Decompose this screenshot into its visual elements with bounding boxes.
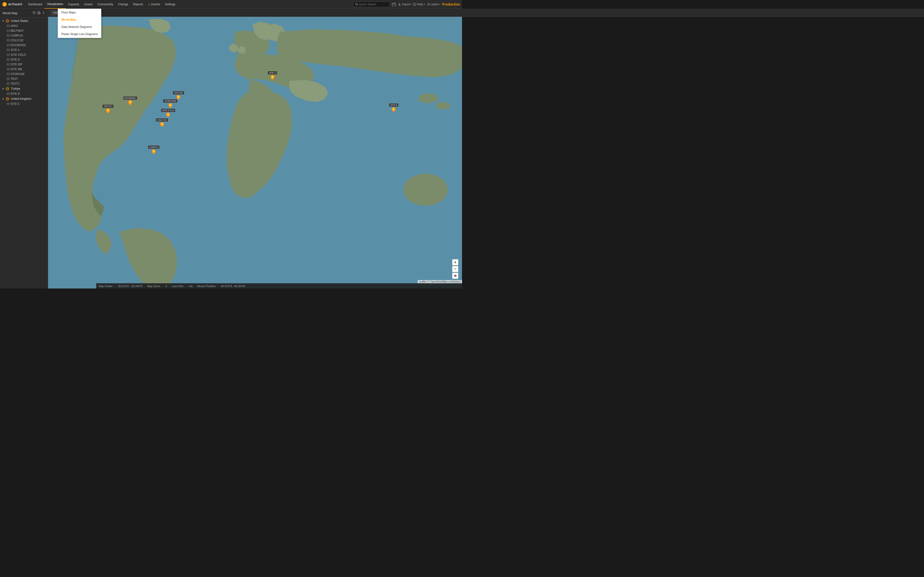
zoom-out-button[interactable]: − <box>452 266 459 272</box>
site-icon <box>7 102 10 105</box>
dropdown-item-floor-maps[interactable]: Floor Maps <box>58 9 101 16</box>
map-pin-test2[interactable]: TEST2☐ <box>102 105 113 113</box>
tree-group-header-united-kingdom[interactable]: ▼ United Kingdom <box>0 96 48 102</box>
map-pin-site_b[interactable]: SITE B <box>389 103 399 112</box>
search-input[interactable] <box>359 3 388 6</box>
map-pin-storage[interactable]: STORAGE♦ <box>163 99 177 108</box>
last-click-label: Last Click: <box>172 285 184 287</box>
svg-rect-20 <box>7 35 10 37</box>
print-button[interactable] <box>37 11 41 15</box>
svg-rect-16 <box>7 25 10 27</box>
import-btn[interactable]: Import <box>398 2 411 6</box>
map-pin-colo_dc[interactable]: COLO DC <box>156 118 168 127</box>
tree-item-site-idf[interactable]: SITE IDF <box>0 62 48 67</box>
collapse-panel-button[interactable] <box>42 11 45 15</box>
tree-item-label: SITE D <box>11 58 20 61</box>
svg-point-61 <box>161 123 163 125</box>
sunbird-logo-icon: S <box>2 2 7 7</box>
map-pin-site_d_colo[interactable]: SITE D'CLO <box>161 109 175 117</box>
map-zoom-label: Map Zoom: <box>147 285 161 287</box>
tree-item-label: TEST <box>11 77 18 81</box>
globe-icon <box>6 97 9 100</box>
svg-point-56 <box>129 102 131 103</box>
tree-item-site-colo[interactable]: SITE COLO <box>0 52 48 57</box>
pin-label-edcden01: EDCDEN01 <box>123 97 137 100</box>
tree-group-name: United States <box>11 19 28 23</box>
tree-item-site-me[interactable]: SITE ME <box>0 67 48 72</box>
site-icon <box>7 53 10 56</box>
svg-text:S: S <box>3 3 5 5</box>
nav-item-capacity[interactable]: Capacity <box>66 0 82 9</box>
user-btn[interactable]: sales ▾ <box>427 2 440 6</box>
tree-group-header-türkiye[interactable]: ▼ Türkiye <box>0 86 48 91</box>
tree-item-label: BELTWAY <box>11 29 24 32</box>
map-center-value: 35.31737, -32.34375 <box>118 285 143 287</box>
dropdown-item-power-single-line-diagrams[interactable]: Power Single Line Diagrams <box>58 31 101 38</box>
tree-item-test[interactable]: TEST <box>0 76 48 81</box>
brand-logo-area: S dcTrack® <box>2 2 23 7</box>
tree-item-storage[interactable]: STORAGE <box>0 72 48 76</box>
tree-item-test2[interactable]: TEST2 <box>0 81 48 86</box>
site-icon <box>7 58 10 61</box>
nav-item-events[interactable]: ⚠Events <box>145 0 163 9</box>
map-pin-site_idf[interactable]: SITE IDF <box>173 91 184 100</box>
tree-item-apac[interactable]: APAC <box>0 24 48 28</box>
user-label: sales <box>431 2 438 6</box>
pin-label-site_idf: SITE IDF <box>173 91 184 95</box>
tree-group-united-states: ▼ United States APAC BELTWAY CAMPUS COLO… <box>0 18 48 86</box>
zoom-reset-button[interactable]: ⊞ <box>452 272 459 279</box>
tree-item-campus[interactable]: CAMPUS <box>0 33 48 38</box>
environment-badge: Production <box>442 2 460 6</box>
nav-item-visualization[interactable]: Visualization <box>45 0 65 9</box>
site-icon <box>7 92 10 95</box>
tree-item-site-a[interactable]: SITE A <box>0 48 48 52</box>
map-pin-site_c[interactable]: SITE C <box>268 71 277 80</box>
nav-item-change[interactable]: Change <box>116 0 131 9</box>
sidebar: World Map <box>0 9 48 288</box>
tree-item-site-c[interactable]: SITE C <box>0 102 48 106</box>
tree-item-beltway[interactable]: BELTWAY <box>0 28 48 33</box>
map-pin-edcden01[interactable]: EDCDEN01 <box>123 97 137 105</box>
site-icon <box>7 29 10 32</box>
nav-item-reports[interactable]: Reports <box>131 0 145 9</box>
pin-label-colo_dc: COLO DC <box>156 118 168 122</box>
tree-group-arrow-icon: ▼ <box>2 98 4 100</box>
svg-rect-22 <box>7 39 10 41</box>
globe-icon <box>6 87 9 90</box>
tree-item-colo-dc[interactable]: COLO DC <box>0 38 48 43</box>
nav-item-dashboard[interactable]: Dashboard <box>26 0 45 9</box>
tree-item-edcden01[interactable]: EDCDEN01 <box>0 43 48 48</box>
svg-rect-38 <box>7 78 10 80</box>
tree-content: ▼ United States APAC BELTWAY CAMPUS COLO… <box>0 18 48 107</box>
pin-marker-storage <box>168 103 172 108</box>
world-map[interactable]: EDCDEN01 SITE IDF STORAGE♦ SITE D'CLO TE… <box>48 17 462 288</box>
dropdown-item-world-map[interactable]: World Map <box>58 16 101 23</box>
nav-item-assets[interactable]: Assets <box>82 0 95 9</box>
svg-rect-12 <box>38 13 40 14</box>
tree-group-header-united-states[interactable]: ▼ United States <box>0 18 48 24</box>
tree-item-site-d[interactable]: SITE D <box>0 57 48 62</box>
tree-group-name: United Kingdom <box>11 97 31 100</box>
svg-rect-32 <box>7 63 10 65</box>
svg-point-62 <box>153 150 155 152</box>
nav-item-settings[interactable]: Settings <box>162 0 178 9</box>
map-pin-campus[interactable]: CAMPUS <box>148 145 160 154</box>
mouse-pos-label: Mouse Position: <box>197 285 216 287</box>
pin-label-site_c: SITE C <box>268 71 277 74</box>
help-btn[interactable]: ? Help ▾ <box>413 2 425 6</box>
svg-rect-28 <box>7 54 10 56</box>
mouse-pos-value: 64.47279, -66.35742 <box>221 285 246 287</box>
dropdown-item-data-network-diagrams[interactable]: Data Network Diagrams <box>58 23 101 31</box>
refresh-button[interactable] <box>32 11 36 15</box>
search-box[interactable] <box>353 2 390 7</box>
zoom-in-button[interactable]: + <box>452 259 459 266</box>
svg-text:?: ? <box>414 3 415 6</box>
top-navigation: S dcTrack® DashboardVisualizationCapacit… <box>0 0 462 9</box>
sidebar-title: World Map <box>2 11 18 15</box>
site-icon <box>7 73 10 76</box>
svg-point-58 <box>170 104 171 106</box>
tree-item-site-b[interactable]: SITE B <box>0 91 48 96</box>
nav-item-connectivity[interactable]: Connectivity <box>95 0 115 9</box>
pin-marker-site_b <box>392 107 396 112</box>
calendar-icon-btn[interactable] <box>392 2 396 6</box>
